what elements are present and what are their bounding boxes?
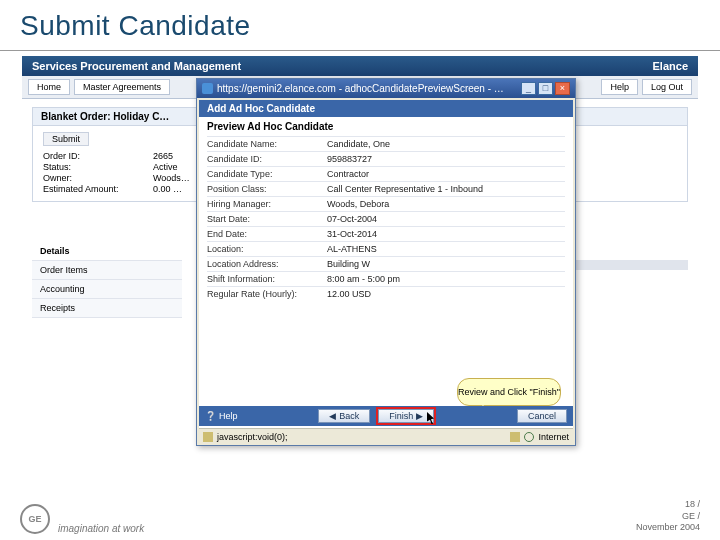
status-text: javascript:void(0); bbox=[217, 432, 288, 442]
finish-button[interactable]: Finish ▶ bbox=[378, 409, 434, 423]
preview-label: Location: bbox=[207, 244, 327, 254]
side-accounting[interactable]: Accounting bbox=[32, 280, 182, 299]
back-button[interactable]: ◀ Back bbox=[318, 409, 370, 423]
title-rule bbox=[0, 50, 720, 51]
preview-val: 12.00 USD bbox=[327, 289, 565, 299]
submit-pill[interactable]: Submit bbox=[43, 132, 89, 146]
preview-val: 8:00 am - 5:00 pm bbox=[327, 274, 565, 284]
bg-header-title: Services Procurement and Management bbox=[32, 60, 241, 72]
bg-label: Status: bbox=[43, 162, 153, 172]
help-button[interactable]: ❔ Help bbox=[205, 411, 238, 421]
cancel-button[interactable]: Cancel bbox=[517, 409, 567, 423]
preview-label: Candidate Name: bbox=[207, 139, 327, 149]
preview-val: 959883727 bbox=[327, 154, 565, 164]
bg-label: Order ID: bbox=[43, 151, 153, 161]
ie-icon bbox=[202, 83, 213, 94]
popup-header: Add Ad Hoc Candidate bbox=[199, 100, 573, 117]
popup-footer: ❔ Help ◀ Back Finish ▶ Cancel bbox=[199, 406, 573, 426]
bg-label: Owner: bbox=[43, 173, 153, 183]
preview-val: 31-Oct-2014 bbox=[327, 229, 565, 239]
preview-val: Candidate, One bbox=[327, 139, 565, 149]
preview-label: Candidate ID: bbox=[207, 154, 327, 164]
preview-label: Hiring Manager: bbox=[207, 199, 327, 209]
maximize-button[interactable]: □ bbox=[538, 82, 553, 95]
page-title: Submit Candidate bbox=[0, 0, 720, 50]
footer-meta: 18 / GE / November 2004 bbox=[636, 499, 700, 534]
close-button[interactable]: × bbox=[555, 82, 570, 95]
preview-section: Preview Ad Hoc Candidate Candidate Name:… bbox=[199, 117, 573, 305]
preview-val: Call Center Representative 1 - Inbound bbox=[327, 184, 565, 194]
lock-icon bbox=[510, 432, 520, 442]
preview-label: Start Date: bbox=[207, 214, 327, 224]
titlebar-text: https://gemini2.elance.com - adhocCandid… bbox=[217, 83, 507, 94]
globe-icon bbox=[524, 432, 534, 442]
tab-help[interactable]: Help bbox=[601, 79, 638, 95]
bg-header-brand: Elance bbox=[653, 60, 688, 72]
preview-val: Woods, Debora bbox=[327, 199, 565, 209]
tab-master-agreements[interactable]: Master Agreements bbox=[74, 79, 170, 95]
titlebar[interactable]: https://gemini2.elance.com - adhocCandid… bbox=[197, 79, 575, 98]
preview-title: Preview Ad Hoc Candidate bbox=[207, 121, 565, 132]
preview-popup: https://gemini2.elance.com - adhocCandid… bbox=[196, 78, 576, 446]
preview-label: Candidate Type: bbox=[207, 169, 327, 179]
side-details[interactable]: Details bbox=[32, 242, 182, 261]
preview-val: Contractor bbox=[327, 169, 565, 179]
preview-label: Shift Information: bbox=[207, 274, 327, 284]
side-order-items[interactable]: Order Items bbox=[32, 261, 182, 280]
preview-val: AL-ATHENS bbox=[327, 244, 565, 254]
preview-val: Building W bbox=[327, 259, 565, 269]
status-bar: javascript:void(0); Internet bbox=[199, 428, 573, 444]
tab-home[interactable]: Home bbox=[28, 79, 70, 95]
tab-logout[interactable]: Log Out bbox=[642, 79, 692, 95]
bg-label: Estimated Amount: bbox=[43, 184, 153, 194]
instruction-callout: Review and Click "Finish" bbox=[457, 378, 561, 406]
status-icon bbox=[203, 432, 213, 442]
minimize-button[interactable]: _ bbox=[521, 82, 536, 95]
ge-logo-icon: GE bbox=[20, 504, 50, 534]
page-footer: GE imagination at work 18 / GE / Novembe… bbox=[20, 499, 700, 534]
preview-label: End Date: bbox=[207, 229, 327, 239]
bg-header: Services Procurement and Management Elan… bbox=[22, 56, 698, 76]
preview-label: Location Address: bbox=[207, 259, 327, 269]
bg-side-nav: Details Order Items Accounting Receipts bbox=[32, 242, 182, 318]
preview-label: Position Class: bbox=[207, 184, 327, 194]
preview-label: Regular Rate (Hourly): bbox=[207, 289, 327, 299]
zone-text: Internet bbox=[538, 432, 569, 442]
preview-val: 07-Oct-2004 bbox=[327, 214, 565, 224]
tagline: imagination at work bbox=[58, 523, 144, 534]
side-receipts[interactable]: Receipts bbox=[32, 299, 182, 318]
